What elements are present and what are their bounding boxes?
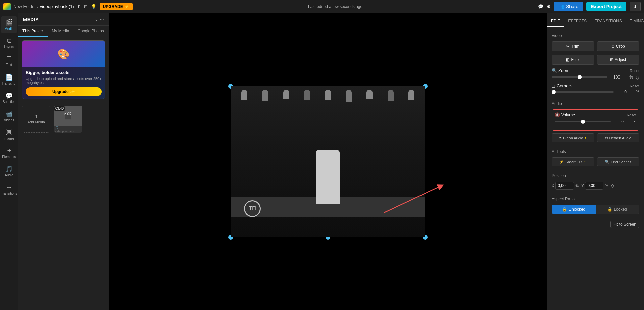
transitions-icon: ↔ bbox=[6, 184, 12, 191]
media-panel-title: MEDIA bbox=[23, 17, 39, 22]
download-button[interactable]: ⬇ bbox=[630, 2, 641, 11]
filter-icon: ◧ bbox=[566, 57, 569, 62]
images-icon: 🖼 bbox=[6, 129, 12, 136]
app-logo bbox=[3, 3, 11, 10]
y-value-input[interactable] bbox=[585, 182, 603, 190]
x-unit: % bbox=[575, 184, 579, 188]
zoom-value: 100 bbox=[610, 75, 620, 80]
sidebar-item-transitions[interactable]: ↔ Transitions bbox=[1, 181, 17, 198]
upgrade-box: 🎨 Bigger, bolder assets Upgrade to uploa… bbox=[22, 40, 105, 99]
tab-timing[interactable]: TIMING bbox=[626, 16, 644, 27]
media-panel-header: MEDIA ‹ ⋯ bbox=[18, 13, 109, 26]
corners-unit: % bbox=[629, 90, 639, 94]
breadcrumb-project: videoplayback (1) bbox=[40, 4, 74, 9]
settings-icon: ⚙ bbox=[547, 4, 551, 9]
find-scenes-button[interactable]: 🔍 Find Scenes bbox=[597, 157, 640, 166]
volume-unit: % bbox=[626, 119, 636, 124]
ai-tools-title: AI Tools bbox=[552, 149, 639, 154]
sidebar-label-media: Media bbox=[4, 27, 13, 31]
volume-value: 0 bbox=[613, 119, 624, 124]
volume-slider[interactable] bbox=[555, 121, 611, 122]
position-keyframe-icon[interactable]: ◇ bbox=[611, 183, 614, 188]
upgrade-box-content: Bigger, bolder assets Upgrade to upload … bbox=[22, 67, 105, 99]
detach-audio-button[interactable]: ⊗ Detach Audio bbox=[597, 133, 640, 142]
sidebar-label-transitions: Transitions bbox=[1, 192, 17, 195]
clean-audio-badge: ✦ bbox=[584, 136, 587, 140]
zoom-keyframe-icon[interactable]: ◇ bbox=[636, 74, 639, 80]
locked-button[interactable]: 🔒 Locked bbox=[596, 205, 639, 214]
upgrade-button[interactable]: UPGRADE ⚡ bbox=[100, 3, 133, 10]
smart-cut-button[interactable]: ⚡ Smart Cut ✦ bbox=[552, 157, 594, 166]
media-items-container: ⬆ Add Media 🎬 03:40 🎵 videoplayback... bbox=[18, 102, 109, 136]
media-tabs: This Project My Media Google Photos bbox=[18, 26, 109, 37]
media-thumbnail[interactable]: 🎬 03:40 🎵 videoplayback... bbox=[54, 106, 82, 133]
zoom-reset-button[interactable]: Reset bbox=[630, 69, 639, 73]
add-media-button[interactable]: ⬆ Add Media bbox=[22, 106, 50, 133]
tab-this-project[interactable]: This Project bbox=[18, 26, 48, 37]
volume-reset-button[interactable]: Reset bbox=[627, 113, 636, 117]
corners-slider[interactable] bbox=[552, 91, 614, 93]
trim-button[interactable]: ✂ Trim bbox=[552, 41, 594, 51]
zoom-slider[interactable] bbox=[552, 76, 607, 78]
sidebar-item-text[interactable]: T Text bbox=[1, 53, 17, 69]
volume-label: Volume bbox=[561, 113, 575, 117]
media-header-icons: ‹ ⋯ bbox=[95, 17, 104, 22]
unlocked-button[interactable]: 🔓 Unlocked bbox=[552, 205, 596, 214]
sidebar-label-audio: Audio bbox=[5, 173, 13, 177]
export-button[interactable]: Export Project bbox=[586, 2, 626, 11]
sidebar-label-elements: Elements bbox=[2, 155, 16, 159]
ai-tools-row: ⚡ Smart Cut ✦ 🔍 Find Scenes bbox=[552, 157, 639, 166]
position-x-input: X % bbox=[552, 182, 579, 190]
fit-to-screen-button[interactable]: Fit to Screen bbox=[610, 221, 639, 228]
sidebar-item-layers[interactable]: ⧉ Layers bbox=[1, 35, 17, 51]
thumbnail-filename: 🎵 videoplayback... bbox=[54, 126, 82, 133]
x-value-input[interactable] bbox=[555, 182, 574, 190]
position-y-input: Y % bbox=[581, 182, 608, 190]
collapse-panel-button[interactable]: ‹ bbox=[95, 17, 97, 22]
topbar-action-icons: ⬆ ⊡ 💡 UPGRADE ⚡ bbox=[77, 3, 133, 10]
crop-button[interactable]: ⊡ Crop bbox=[597, 41, 640, 51]
sidebar-item-media[interactable]: 🎬 Media bbox=[1, 16, 17, 33]
share-btn-label: Share bbox=[566, 4, 578, 9]
corners-reset-button[interactable]: Reset bbox=[630, 84, 639, 88]
preview-area: ТП bbox=[109, 13, 547, 310]
fit-screen-container: Fit to Screen bbox=[552, 221, 639, 228]
crop-label: Crop bbox=[616, 44, 625, 49]
lock-icon: 🔒 bbox=[607, 207, 612, 212]
upgrade-box-image: 🎨 bbox=[22, 41, 105, 67]
y-unit: % bbox=[605, 184, 608, 188]
detach-audio-label: Detach Audio bbox=[609, 136, 631, 140]
tab-google-photos[interactable]: Google Photos bbox=[73, 26, 108, 37]
filter-button[interactable]: ◧ Filter bbox=[552, 55, 594, 65]
adjust-label: Adjust bbox=[615, 57, 626, 62]
tab-edit[interactable]: EDIT bbox=[547, 16, 564, 27]
clean-audio-button[interactable]: ✦ Clean Audio ✦ bbox=[552, 133, 594, 142]
sidebar-item-transcript[interactable]: 📄 Transcript bbox=[1, 71, 17, 88]
zoom-unit: % bbox=[623, 75, 633, 80]
sidebar-item-images[interactable]: 🖼 Images bbox=[1, 126, 17, 143]
sidebar-label-text: Text bbox=[6, 63, 12, 67]
position-divider bbox=[552, 170, 639, 170]
smart-cut-icon: ⚡ bbox=[559, 160, 564, 164]
tab-effects[interactable]: EFFECTS bbox=[564, 16, 591, 27]
topbar-right: 💬 ⚙ 👥 Share Export Project ⬇ bbox=[538, 2, 641, 11]
share-button[interactable]: 👥 Share bbox=[554, 2, 583, 11]
sidebar-label-transcript: Transcript bbox=[2, 82, 16, 85]
sidebar-item-audio[interactable]: 🎵 Audio bbox=[1, 163, 17, 180]
video-overlay-logo: ТП bbox=[244, 200, 261, 217]
comment-icon: 💬 bbox=[538, 4, 543, 9]
sidebar-item-subtitles[interactable]: 💬 Subtitles bbox=[1, 89, 17, 106]
locked-label: Locked bbox=[614, 207, 627, 212]
tab-transitions[interactable]: TRANSITIONS bbox=[591, 16, 626, 27]
tab-my-media[interactable]: My Media bbox=[48, 26, 73, 37]
audio-divider bbox=[552, 98, 639, 98]
adjust-button[interactable]: ⊞ Adjust bbox=[597, 55, 640, 65]
sidebar-item-elements[interactable]: ✦ Elements bbox=[1, 144, 17, 161]
clean-audio-icon: ✦ bbox=[559, 136, 562, 140]
upgrade-box-button[interactable]: Upgrade ✨ bbox=[26, 87, 102, 96]
subtitles-icon: 💬 bbox=[5, 92, 13, 99]
transcript-icon: 📄 bbox=[5, 73, 13, 81]
trim-label: Trim bbox=[571, 44, 579, 49]
sidebar-item-videos[interactable]: 📹 Videos bbox=[1, 108, 17, 125]
trim-icon: ✂ bbox=[566, 44, 570, 49]
